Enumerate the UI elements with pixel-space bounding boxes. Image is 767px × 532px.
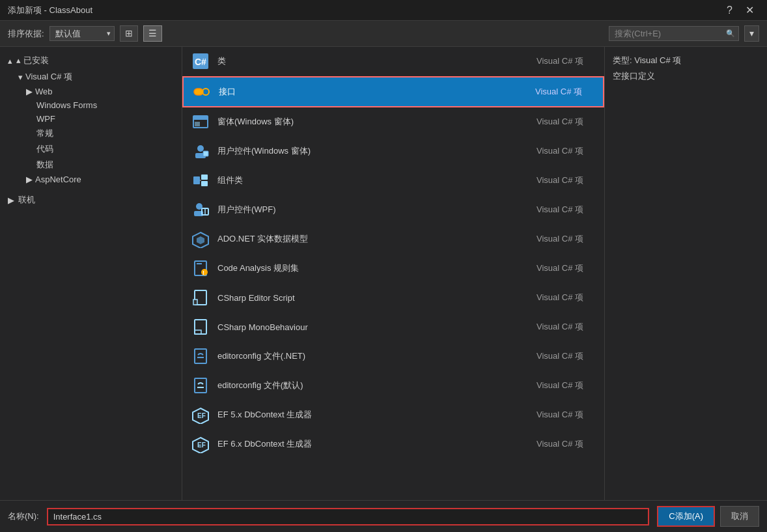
lei-name: 类: [217, 55, 525, 67]
item-csharpeditor[interactable]: CSharp Editor Script Visual C# 项: [182, 283, 604, 313]
svg-rect-22: [197, 263, 202, 264]
aspnetcore-item[interactable]: ▶ AspNetCore: [0, 173, 182, 186]
codeanalysis-name: Code Analysis 规则集: [217, 262, 525, 274]
ef6-name: EF 6.x DbContext 生成器: [217, 438, 525, 450]
lianji-expand-icon: ▶: [8, 195, 14, 205]
svg-text:EF: EF: [197, 412, 206, 419]
svg-marker-20: [197, 236, 204, 244]
chuangti-name: 窗体(Windows 窗体): [217, 116, 525, 128]
title-bar: 添加新项 - ClassAbout ? ✕: [0, 0, 767, 21]
svg-rect-6: [193, 116, 208, 120]
name-input[interactable]: [47, 508, 650, 525]
windows-forms-item[interactable]: Windows Forms: [0, 98, 182, 112]
right-panel-type: 类型: Visual C# 项: [613, 55, 759, 66]
sort-dropdown[interactable]: 默认值: [49, 26, 115, 41]
list-view-button[interactable]: ☰: [143, 25, 162, 42]
daima-item[interactable]: 代码: [0, 141, 182, 157]
lianji-label: 联机: [18, 194, 35, 206]
svg-text:EF: EF: [197, 441, 206, 449]
sort-label: 排序依据:: [8, 28, 44, 40]
search-options-button[interactable]: ▾: [744, 25, 759, 42]
adonet-name: ADO.NET 实体数据模型: [217, 233, 525, 245]
wpf-label: WPF: [36, 114, 55, 124]
item-codeanalysis[interactable]: ! Code Analysis 规则集 Visual C# 项: [182, 254, 604, 283]
add-button[interactable]: C添加(A): [657, 506, 715, 527]
item-jiekou[interactable]: 接口 Visual C# 项: [182, 76, 604, 107]
item-adonet[interactable]: ADO.NET 实体数据模型 Visual C# 项: [182, 225, 604, 254]
svg-rect-2: [194, 89, 203, 95]
adonet-icon: [190, 229, 211, 249]
toolbar: 排序依据: 默认值 ⊞ ☰ ▾: [0, 21, 767, 47]
item-editorconfig-net[interactable]: editorconfig 文件(.NET) Visual C# 项: [182, 342, 604, 371]
changgui-item[interactable]: 常规: [0, 126, 182, 141]
zujianl-category: Visual C# 项: [531, 175, 596, 186]
jiekou-icon: [191, 81, 212, 102]
item-yonghukjian[interactable]: 用户控件(Windows 窗体) Visual C# 项: [182, 137, 604, 166]
svg-rect-12: [201, 175, 208, 180]
title-bar-title: 添加新项 - ClassAbout: [8, 5, 92, 16]
dialog-body: ▴ ▴ 已安装 ▾ Visual C# 项 ▶ Web Windows Form…: [0, 47, 767, 500]
svg-point-8: [197, 145, 204, 152]
chuangti-icon: [190, 111, 211, 132]
editorconfig-net-category: Visual C# 项: [531, 350, 596, 362]
daima-label: 代码: [36, 143, 53, 155]
csharpmono-category: Visual C# 项: [531, 321, 596, 333]
editorconfig-default-icon: [190, 375, 211, 396]
lei-icon: C#: [190, 51, 211, 72]
yonghukjian-name: 用户控件(Windows 窗体): [217, 145, 525, 157]
editorconfig-default-category: Visual C# 项: [531, 380, 596, 391]
yonghukjian-category: Visual C# 项: [531, 145, 596, 157]
web-expand: ▶: [26, 87, 33, 96]
item-yonghukjianwpf[interactable]: 用户控件(WPF) Visual C# 项: [182, 195, 604, 225]
editorconfig-net-name: editorconfig 文件(.NET): [217, 350, 525, 362]
web-label: Web: [35, 87, 53, 96]
visual-csharp-label: Visual C# 项: [25, 71, 72, 83]
item-csharpmono[interactable]: CSharp MonoBehaviour Visual C# 项: [182, 313, 604, 342]
grid-view-button[interactable]: ⊞: [120, 25, 138, 42]
editorconfig-net-icon: [190, 346, 211, 367]
item-zujianl[interactable]: 组件类 Visual C# 项: [182, 166, 604, 195]
chuangti-category: Visual C# 项: [531, 116, 596, 128]
sort-dropdown-wrapper: 默认值: [49, 26, 115, 41]
csharpmono-icon: [190, 316, 211, 337]
codeanalysis-category: Visual C# 项: [531, 262, 596, 274]
svg-rect-13: [201, 181, 208, 186]
svg-text:C#: C#: [195, 57, 206, 67]
svg-rect-31: [197, 357, 204, 358]
jiekou-category: Visual C# 项: [530, 86, 595, 98]
help-button[interactable]: ?: [721, 4, 738, 17]
visual-csharp-item[interactable]: ▾ Visual C# 项: [0, 69, 182, 85]
item-ef6[interactable]: EF EF 6.x DbContext 生成器 Visual C# 项: [182, 430, 604, 459]
jiekou-name: 接口: [219, 86, 523, 98]
item-chuangti[interactable]: 窗体(Windows 窗体) Visual C# 项: [182, 107, 604, 137]
name-label: 名称(N):: [8, 511, 39, 522]
shuju-item[interactable]: 数据: [0, 157, 182, 173]
search-input[interactable]: [609, 26, 739, 41]
changgui-label: 常规: [36, 128, 53, 139]
svg-rect-33: [197, 387, 204, 388]
right-panel-description: 空接口定义: [613, 70, 759, 82]
ef5-name: EF 5.x DbContext 生成器: [217, 409, 525, 421]
installed-section[interactable]: ▴ ▴ 已安装: [0, 52, 182, 69]
item-ef5[interactable]: EF EF 5.x DbContext 生成器 Visual C# 项: [182, 400, 604, 430]
item-lei[interactable]: C# 类 Visual C# 项: [182, 47, 604, 76]
item-editorconfig-default[interactable]: editorconfig 文件(默认) Visual C# 项: [182, 371, 604, 400]
wpf-item[interactable]: WPF: [0, 112, 182, 126]
close-button[interactable]: ✕: [740, 4, 759, 17]
installed-expand-icon: ▴: [8, 56, 12, 66]
web-item[interactable]: ▶ Web: [0, 85, 182, 98]
svg-text:!: !: [202, 270, 204, 276]
installed-label: ▴ 已安装: [16, 55, 49, 66]
windows-forms-label: Windows Forms: [36, 100, 97, 110]
yonghukjianwpf-icon: [190, 199, 211, 220]
csharpeditor-category: Visual C# 项: [531, 292, 596, 303]
lianji-section[interactable]: ▶ 联机: [0, 191, 182, 208]
yonghukjianwpf-category: Visual C# 项: [531, 204, 596, 216]
dialog: 排序依据: 默认值 ⊞ ☰ ▾ ▴ ▴ 已安装 ▾ Visual C# 项: [0, 21, 767, 532]
title-bar-controls: ? ✕: [721, 4, 759, 17]
shuju-label: 数据: [36, 159, 53, 171]
cancel-button[interactable]: 取消: [720, 506, 759, 527]
editorconfig-default-name: editorconfig 文件(默认): [217, 380, 525, 391]
svg-rect-26: [193, 300, 197, 305]
aspnetcore-expand: ▶: [26, 175, 33, 184]
